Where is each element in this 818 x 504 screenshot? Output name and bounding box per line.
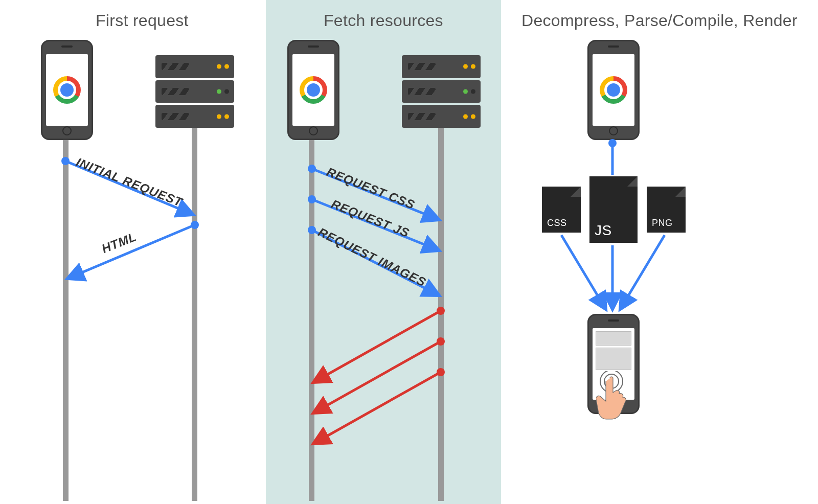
label-html: HTML xyxy=(100,230,139,256)
phone-icon xyxy=(41,40,93,140)
column-title-first: First request xyxy=(96,11,189,30)
svg-line-20 xyxy=(561,235,606,309)
file-js-icon: JS xyxy=(589,176,638,243)
diagram-stage: First request Fetch resources Decompress… xyxy=(0,0,818,504)
chrome-logo-icon xyxy=(53,76,81,104)
chrome-logo-icon xyxy=(300,76,327,104)
label-initial-request: INITIAL REQUEST xyxy=(74,155,185,210)
svg-point-18 xyxy=(608,139,617,147)
file-css-icon: CSS xyxy=(542,187,581,233)
server-stack-icon xyxy=(402,55,481,128)
phone-icon xyxy=(587,40,640,140)
server-stack-icon xyxy=(155,55,234,128)
svg-line-22 xyxy=(620,235,665,309)
file-png-icon: PNG xyxy=(647,187,686,233)
column-title-fetch: Fetch resources xyxy=(324,11,443,30)
tap-hand-icon xyxy=(596,371,645,422)
lifeline-server-1 xyxy=(192,128,197,501)
lifeline-client-1 xyxy=(63,128,69,501)
phone-icon xyxy=(287,40,339,140)
lifeline-client-2 xyxy=(309,128,314,501)
chrome-logo-icon xyxy=(600,76,627,104)
column-title-render: Decompress, Parse/Compile, Render xyxy=(521,11,798,30)
lifeline-server-2 xyxy=(438,128,444,501)
